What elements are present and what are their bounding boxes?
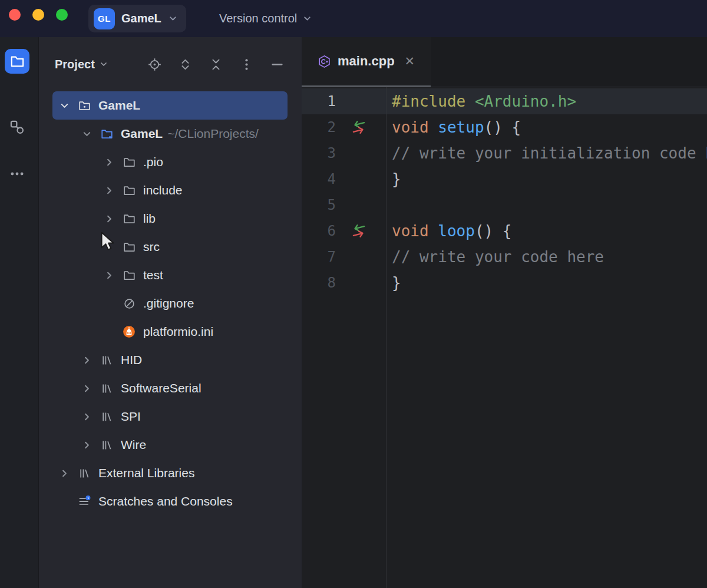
version-control-menu[interactable]: Version control bbox=[219, 0, 312, 37]
chevron-right-icon[interactable] bbox=[75, 374, 98, 402]
line-number[interactable]: 6 bbox=[302, 218, 336, 244]
line-number[interactable]: 5 bbox=[302, 192, 336, 218]
chevron-right-icon[interactable] bbox=[98, 261, 120, 289]
chevron-right-icon[interactable] bbox=[98, 204, 120, 233]
platformio-icon bbox=[120, 318, 138, 346]
code-line-4[interactable]: 4} bbox=[302, 166, 707, 192]
project-tool-window: Project GameLGameL~/CLionProjects/.pioin… bbox=[39, 37, 302, 588]
code-text: void setup() { bbox=[386, 114, 521, 140]
folder-icon bbox=[120, 148, 138, 176]
tree-item--gitignore[interactable]: .gitignore bbox=[39, 289, 302, 318]
chevron-right-icon[interactable] bbox=[53, 459, 75, 487]
tab-label: main.cpp bbox=[338, 54, 395, 69]
code-line-7[interactable]: 7// write your code here bbox=[302, 244, 707, 270]
navigate-arrows-icon[interactable] bbox=[336, 114, 386, 140]
tree-item-wire[interactable]: Wire bbox=[39, 431, 302, 459]
scratches-icon bbox=[75, 487, 93, 516]
more-vertical-icon[interactable] bbox=[240, 58, 253, 71]
line-number[interactable]: 8 bbox=[302, 270, 336, 296]
gutter-space bbox=[336, 192, 386, 218]
window-controls bbox=[9, 9, 68, 21]
library-icon bbox=[98, 374, 115, 402]
gutter-space bbox=[336, 244, 386, 270]
titlebar: GL GameL Version control bbox=[0, 0, 707, 37]
code-text: void loop() { bbox=[386, 218, 512, 244]
code-line-5[interactable]: 5 bbox=[302, 192, 707, 218]
code-text: } bbox=[386, 270, 401, 296]
code-line-3[interactable]: 3// write your initialization code here bbox=[302, 140, 707, 166]
tree-item-label: Scratches and Consoles bbox=[98, 494, 233, 508]
activity-bar bbox=[0, 37, 39, 588]
code-line-6[interactable]: 6void loop() { bbox=[302, 218, 707, 244]
tree-item-test[interactable]: test bbox=[39, 261, 302, 289]
tree-item-label: SPI bbox=[121, 409, 141, 424]
code-editor[interactable]: 1#include <Arduino.h>2void setup() {3// … bbox=[302, 87, 707, 588]
chevron-spacer bbox=[98, 318, 120, 346]
gutter-space bbox=[336, 166, 386, 192]
tree-item-label: lib bbox=[143, 212, 156, 226]
tree-item-spi[interactable]: SPI bbox=[39, 402, 302, 431]
tree-item-label: .gitignore bbox=[143, 296, 194, 310]
line-number[interactable]: 7 bbox=[302, 244, 336, 270]
chevron-right-icon[interactable] bbox=[75, 402, 98, 431]
tool-button-structure[interactable] bbox=[5, 115, 29, 140]
tool-button-more[interactable] bbox=[5, 161, 29, 186]
chevron-right-icon[interactable] bbox=[98, 148, 120, 176]
tree-item-softwareserial[interactable]: SoftwareSerial bbox=[39, 374, 302, 402]
tree-item-src[interactable]: src bbox=[39, 233, 302, 261]
chevron-down-icon bbox=[99, 60, 108, 69]
project-badge: GL bbox=[94, 8, 115, 29]
code-token: void bbox=[392, 222, 438, 240]
cpp-file-icon bbox=[318, 55, 331, 68]
chevron-down-icon[interactable] bbox=[53, 91, 75, 120]
tree-item-hid[interactable]: HID bbox=[39, 346, 302, 374]
project-panel-toolbar bbox=[148, 58, 284, 71]
tree-item-gamel[interactable]: GameL~/CLionProjects/ bbox=[39, 120, 302, 148]
locate-icon[interactable] bbox=[148, 58, 161, 71]
hide-icon[interactable] bbox=[270, 58, 284, 71]
line-number[interactable]: 2 bbox=[302, 114, 336, 140]
tree-item-label: HID bbox=[121, 353, 142, 367]
tree-item-label: SoftwareSerial bbox=[121, 381, 201, 395]
project-switcher[interactable]: GL GameL bbox=[88, 5, 186, 32]
chevron-right-icon[interactable] bbox=[75, 346, 98, 374]
navigate-arrows-icon[interactable] bbox=[336, 218, 386, 244]
minimize-window-button[interactable] bbox=[32, 9, 44, 21]
tree-item-external-libraries[interactable]: External Libraries bbox=[39, 459, 302, 487]
project-panel-title: Project bbox=[55, 58, 95, 71]
expand-icon[interactable] bbox=[179, 58, 192, 71]
line-number[interactable]: 1 bbox=[302, 88, 336, 114]
tree-item-include[interactable]: include bbox=[39, 176, 302, 204]
code-token: } bbox=[392, 170, 401, 188]
tool-button-project[interactable] bbox=[5, 49, 29, 74]
zoom-window-button[interactable] bbox=[56, 9, 68, 21]
code-token: () { bbox=[484, 118, 521, 136]
code-line-8[interactable]: 8} bbox=[302, 270, 707, 296]
close-window-button[interactable] bbox=[9, 9, 21, 21]
project-view-selector[interactable]: Project bbox=[55, 58, 108, 71]
project-tree: GameLGameL~/CLionProjects/.pioincludelib… bbox=[39, 91, 302, 516]
tree-item--pio[interactable]: .pio bbox=[39, 148, 302, 176]
folder-tool-icon bbox=[10, 54, 25, 69]
tree-item-label: src bbox=[143, 240, 160, 254]
chevron-spacer bbox=[98, 233, 120, 261]
tree-item-platformio-ini[interactable]: platformio.ini bbox=[39, 318, 302, 346]
tab-close-icon[interactable]: ✕ bbox=[405, 54, 415, 68]
editor-tab-bar: main.cpp✕ bbox=[302, 37, 707, 87]
chevron-right-icon[interactable] bbox=[75, 431, 98, 459]
tree-item-lib[interactable]: lib bbox=[39, 204, 302, 233]
code-line-2[interactable]: 2void setup() { bbox=[302, 114, 707, 140]
tree-item-scratches-and-consoles[interactable]: Scratches and Consoles bbox=[39, 487, 302, 516]
chevron-down-icon bbox=[168, 14, 178, 24]
chevron-right-icon[interactable] bbox=[98, 176, 120, 204]
chevron-down-icon[interactable] bbox=[75, 120, 98, 148]
tree-item-label: test bbox=[143, 268, 163, 282]
version-control-label: Version control bbox=[219, 12, 297, 25]
code-line-1[interactable]: 1#include <Arduino.h> bbox=[302, 88, 707, 114]
line-number[interactable]: 3 bbox=[302, 140, 336, 166]
collapse-icon[interactable] bbox=[209, 58, 223, 71]
tree-item-gamel[interactable]: GameL bbox=[52, 91, 288, 120]
code-token: // write your initialization code here bbox=[392, 144, 707, 162]
editor-tab-main-cpp[interactable]: main.cpp✕ bbox=[302, 37, 431, 87]
line-number[interactable]: 4 bbox=[302, 166, 336, 192]
